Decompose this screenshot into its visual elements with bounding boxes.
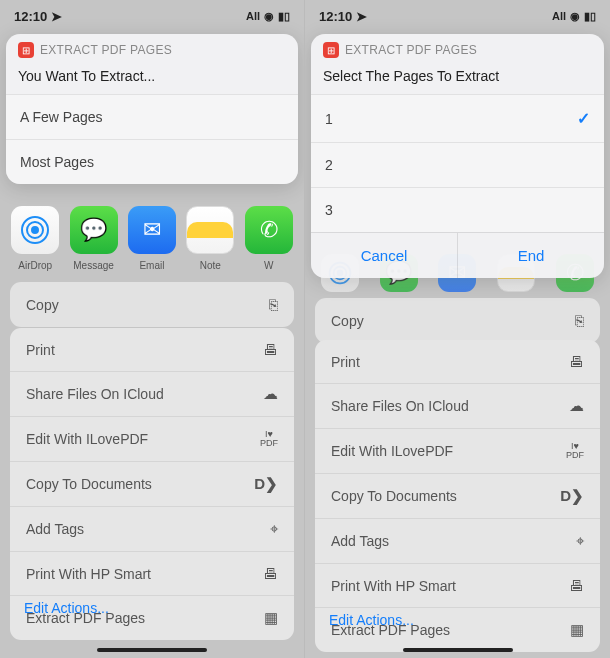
action-print[interactable]: Print🖶: [10, 328, 294, 372]
copy-row[interactable]: Copy ⎘: [10, 282, 294, 327]
action-icloud[interactable]: Share Files On ICloud☁︎: [315, 384, 600, 429]
option-most-pages[interactable]: Most Pages: [6, 139, 298, 184]
check-icon: ✓: [577, 109, 590, 128]
page-option-2[interactable]: 2: [311, 142, 604, 187]
status-right: All◉▮▯: [246, 10, 290, 23]
status-bar: 12:10➤ All◉▮▯: [305, 0, 610, 32]
action-copydocs[interactable]: Copy To DocumentsD❯: [10, 462, 294, 507]
action-tags[interactable]: Add Tags⌖: [10, 507, 294, 552]
share-row: AirDrop 💬 Message ✉ Email Note ✆ W: [0, 196, 304, 277]
documents-icon: D❯: [254, 475, 278, 493]
wifi-icon: ◉: [570, 10, 580, 23]
pdf-heart-icon: I♥PDF: [260, 430, 278, 448]
page-option-3[interactable]: 3: [311, 187, 604, 232]
phone-right: 12:10➤ All◉▮▯ ⊞ EXTRACT PDF PAGES Select…: [305, 0, 610, 658]
action-list: Print🖶 Share Files On ICloud☁︎ Edit With…: [10, 328, 294, 640]
location-icon: ➤: [356, 9, 367, 24]
message-icon: 💬: [70, 206, 118, 254]
cloud-icon: ☁︎: [263, 385, 278, 403]
cloud-icon: ☁︎: [569, 397, 584, 415]
status-bar: 12:10➤ All◉▮▯: [0, 0, 304, 32]
share-airdrop[interactable]: AirDrop: [6, 206, 64, 271]
action-list: Print🖶 Share Files On ICloud☁︎ Edit With…: [315, 340, 600, 652]
documents-icon: D❯: [560, 487, 584, 505]
printer-icon: 🖶: [569, 353, 584, 370]
status-right: All◉▮▯: [552, 10, 596, 23]
extract-modal: ⊞ EXTRACT PDF PAGES You Want To Extract.…: [6, 34, 298, 184]
whatsapp-icon: ✆: [245, 206, 293, 254]
shortcuts-icon: ⊞: [323, 42, 339, 58]
action-icloud[interactable]: Share Files On ICloud☁︎: [10, 372, 294, 417]
hp-printer-icon: 🖶: [263, 565, 278, 582]
hp-printer-icon: 🖶: [569, 577, 584, 594]
action-ilovepdf[interactable]: Edit With ILovePDFI♥PDF: [10, 417, 294, 462]
share-whatsapp[interactable]: ✆ W: [240, 206, 298, 271]
home-indicator[interactable]: [403, 648, 513, 652]
end-button[interactable]: End: [457, 233, 604, 278]
page-option-1[interactable]: 1✓: [311, 94, 604, 142]
action-print[interactable]: Print🖶: [315, 340, 600, 384]
action-hp[interactable]: Print With HP Smart🖶: [315, 564, 600, 608]
action-copydocs[interactable]: Copy To DocumentsD❯: [315, 474, 600, 519]
modal-prompt: You Want To Extract...: [6, 62, 298, 94]
email-icon: ✉: [128, 206, 176, 254]
copy-icon: ⎘: [575, 312, 584, 329]
home-indicator[interactable]: [97, 648, 207, 652]
modal-buttons: Cancel End: [311, 232, 604, 278]
modal-title: EXTRACT PDF PAGES: [40, 43, 172, 57]
modal-header: ⊞ EXTRACT PDF PAGES: [311, 34, 604, 62]
modal-prompt: Select The Pages To Extract: [311, 62, 604, 94]
battery-icon: ▮▯: [584, 10, 596, 23]
share-message[interactable]: 💬 Message: [65, 206, 123, 271]
copy-row[interactable]: Copy ⎘: [315, 298, 600, 343]
copy-icon: ⎘: [269, 296, 278, 313]
cancel-button[interactable]: Cancel: [311, 233, 457, 278]
extract-icon: ▦: [570, 621, 584, 639]
modal-title: EXTRACT PDF PAGES: [345, 43, 477, 57]
location-icon: ➤: [51, 9, 62, 24]
tag-icon: ⌖: [270, 520, 278, 538]
action-ilovepdf[interactable]: Edit With ILovePDFI♥PDF: [315, 429, 600, 474]
extract-icon: ▦: [264, 609, 278, 627]
option-few-pages[interactable]: A Few Pages: [6, 94, 298, 139]
status-time: 12:10➤: [319, 9, 367, 24]
printer-icon: 🖶: [263, 341, 278, 358]
extract-modal: ⊞ EXTRACT PDF PAGES Select The Pages To …: [311, 34, 604, 278]
edit-actions-link[interactable]: Edit Actions...: [24, 600, 109, 616]
note-icon: [186, 206, 234, 254]
action-hp[interactable]: Print With HP Smart🖶: [10, 552, 294, 596]
phone-left: 12:10➤ All◉▮▯ ⊞ EXTRACT PDF PAGES You Wa…: [0, 0, 305, 658]
wifi-icon: ◉: [264, 10, 274, 23]
airdrop-icon: [11, 206, 59, 254]
share-note[interactable]: Note: [181, 206, 239, 271]
shortcuts-icon: ⊞: [18, 42, 34, 58]
modal-header: ⊞ EXTRACT PDF PAGES: [6, 34, 298, 62]
tag-icon: ⌖: [576, 532, 584, 550]
action-tags[interactable]: Add Tags⌖: [315, 519, 600, 564]
edit-actions-link[interactable]: Edit Actions...: [329, 612, 414, 628]
pdf-heart-icon: I♥PDF: [566, 442, 584, 460]
share-email[interactable]: ✉ Email: [123, 206, 181, 271]
battery-icon: ▮▯: [278, 10, 290, 23]
status-time: 12:10➤: [14, 9, 62, 24]
